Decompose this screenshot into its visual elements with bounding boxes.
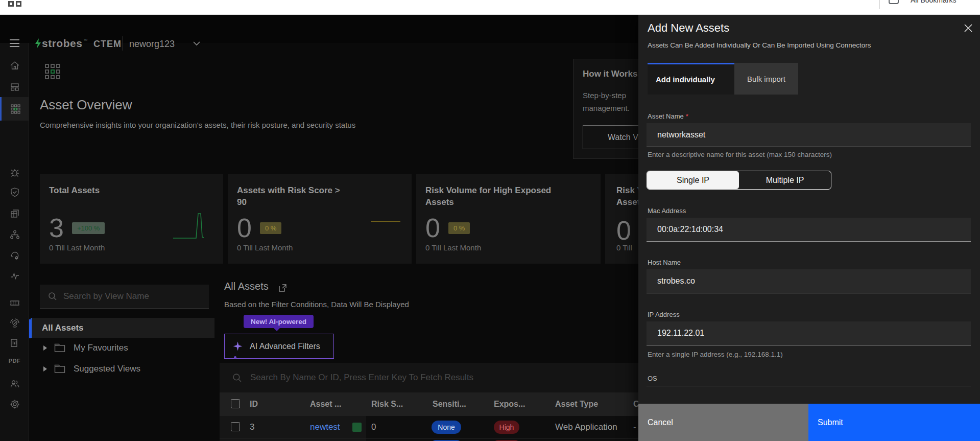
shield-check-icon — [10, 187, 20, 197]
views-search-input[interactable] — [63, 291, 209, 301]
how-it-works-line2: management. — [583, 104, 630, 112]
page-description: Comprehensive insights into your organiz… — [40, 119, 397, 132]
view-switcher-grid-icon[interactable] — [45, 64, 60, 79]
view-folder-suggested-views[interactable]: Suggested Views — [31, 359, 214, 379]
sidebar-item-dashboard[interactable] — [0, 76, 29, 98]
col-header-asset[interactable]: Asset ... — [310, 400, 341, 409]
asset-status-swatch — [352, 423, 362, 432]
all-bookmarks-label[interactable]: All Bookmarks — [911, 0, 956, 4]
sidebar-item-tickets[interactable] — [0, 292, 29, 313]
sparkline-yellow — [370, 207, 401, 236]
users-icon — [10, 379, 20, 389]
pinned-columns-bg — [220, 416, 366, 438]
sidebar-item-org-hierarchy[interactable] — [0, 224, 29, 245]
sidebar-item-scans[interactable] — [0, 203, 29, 224]
caret-right-icon[interactable] — [43, 366, 47, 372]
cell-id: 3 — [250, 422, 254, 432]
sidebar-nav: PDF — [0, 43, 29, 441]
asset-name-input[interactable] — [647, 123, 971, 147]
sync-gear-icon — [10, 250, 20, 261]
hamburger-menu-icon[interactable] — [10, 39, 19, 47]
view-item-all-assets[interactable]: All Assets — [31, 318, 214, 338]
search-icon — [48, 292, 57, 301]
trend-badge: +100 % — [72, 222, 105, 234]
ip-address-input[interactable] — [647, 321, 971, 345]
table-row-partial — [220, 438, 638, 441]
drawer-subtitle: Assets Can Be Added Individually Or Can … — [648, 41, 871, 49]
how-it-works-line1: Step-by-step — [583, 91, 626, 100]
stat-card-risk-score: Assets with Risk Score > 90 0 0 % 0 Till… — [228, 174, 412, 264]
card-value: 0 — [616, 216, 631, 245]
asset-name-label: Asset Name* — [648, 112, 688, 120]
cancel-button[interactable]: Cancel — [638, 404, 808, 441]
cell-risk: 0 — [371, 422, 376, 432]
assets-search-box[interactable] — [220, 363, 638, 392]
logo-trademark: ™ — [83, 38, 87, 43]
launch-icon[interactable] — [278, 284, 287, 292]
toggle-single-ip[interactable]: Single IP — [647, 171, 739, 189]
col-header-asset-type[interactable]: Asset Type — [555, 400, 598, 409]
col-header-sensitivity[interactable]: Sensiti... — [433, 400, 466, 409]
sidebar-item-assets[interactable] — [0, 97, 29, 121]
view-item-label: All Assets — [42, 323, 84, 333]
sidebar-item-settings[interactable] — [0, 393, 29, 415]
ai-advanced-filters-button[interactable]: AI Advanced Filters — [224, 334, 334, 359]
col-header-id[interactable]: ID — [250, 400, 258, 409]
gear-icon — [10, 399, 20, 409]
col-header-exposure[interactable]: Expos... — [494, 400, 525, 409]
sidebar-item-activity[interactable] — [0, 265, 29, 286]
assets-table-header: ID Asset ... Risk S... Sensiti... Expos.… — [220, 392, 638, 416]
host-name-input[interactable] — [647, 269, 971, 293]
sidebar-item-compliance[interactable] — [0, 181, 29, 203]
card-title: Total Assets — [49, 184, 100, 196]
select-all-checkbox[interactable] — [231, 399, 240, 408]
card-value: 0 — [237, 213, 252, 243]
close-button[interactable] — [960, 20, 976, 36]
ai-decorative-dot — [234, 356, 236, 359]
sidebar-item-vulnerabilities[interactable] — [0, 162, 29, 183]
views-search-box[interactable] — [40, 285, 209, 309]
table-row[interactable]: 3 newtest 0 None High Web Application - — [220, 416, 638, 438]
chevron-down-icon[interactable] — [193, 41, 200, 46]
required-asterisk: * — [686, 112, 688, 120]
bookmarks-folder-icon[interactable] — [889, 0, 899, 4]
submit-button[interactable]: Submit — [808, 404, 980, 441]
ticket-icon — [10, 297, 20, 308]
sidebar-item-risk-posture[interactable] — [0, 312, 29, 334]
ai-button-label: AI Advanced Filters — [250, 342, 320, 351]
view-folder-my-favourites[interactable]: My Favourites — [31, 338, 214, 358]
col-header-risk[interactable]: Risk S... — [371, 400, 403, 409]
assets-search-input[interactable] — [250, 373, 638, 383]
sidebar-item-teams[interactable] — [0, 373, 29, 394]
card-footer: 0 Till Last Month — [425, 243, 481, 252]
os-field-underline — [647, 386, 971, 386]
bug-icon — [10, 168, 20, 178]
screen: All Bookmarks strobes ™ CTEM neworg123 — [0, 0, 980, 441]
ip-mode-toggle: Single IP Multiple IP — [647, 171, 831, 190]
home-icon — [10, 60, 20, 71]
org-selector[interactable]: neworg123 — [129, 39, 175, 50]
tab-add-individually[interactable]: Add individually — [648, 63, 734, 95]
cell-asset-link[interactable]: newtest — [310, 422, 340, 432]
toggle-multiple-ip[interactable]: Multiple IP — [739, 171, 831, 189]
sidebar-scrollbar-thumb[interactable] — [29, 319, 31, 338]
strobes-logo[interactable]: strobes ™ — [34, 37, 87, 50]
mac-address-input[interactable] — [647, 218, 971, 242]
target-check-icon — [10, 318, 20, 328]
card-footer: 0 Till Last Month — [237, 243, 293, 252]
layers-table-icon — [10, 208, 20, 219]
row-checkbox[interactable] — [231, 422, 240, 431]
bookmarks-grid-icon[interactable] — [8, 1, 21, 7]
sidebar-item-home[interactable] — [0, 55, 29, 76]
caret-right-icon[interactable] — [43, 345, 47, 351]
logo-bolt-icon — [34, 38, 42, 49]
sidebar-item-automation[interactable] — [0, 245, 29, 266]
os-label: OS — [648, 375, 657, 382]
card-footer: 0 Till — [616, 243, 632, 252]
tab-bulk-import[interactable]: Bulk import — [734, 63, 798, 95]
search-icon — [232, 373, 242, 383]
sidebar-item-pdf-export[interactable]: PDF — [0, 350, 29, 372]
host-name-label: Host Name — [648, 259, 681, 266]
folder-icon — [54, 364, 65, 374]
hierarchy-icon — [10, 229, 20, 240]
